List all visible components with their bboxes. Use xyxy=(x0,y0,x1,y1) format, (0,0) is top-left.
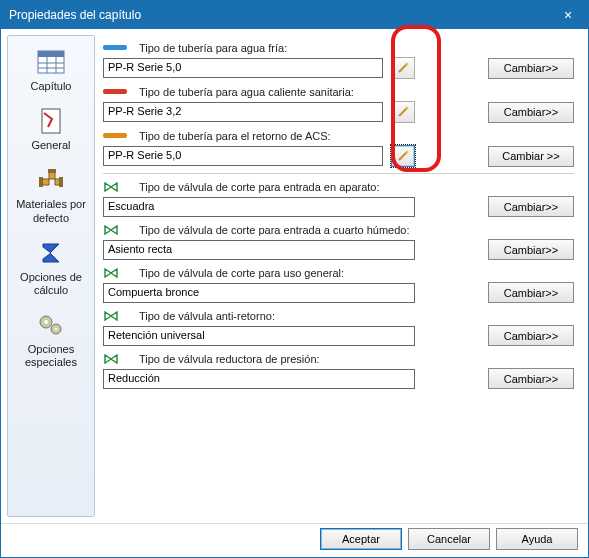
change-button[interactable]: Cambiar>> xyxy=(488,239,574,260)
titlebar: Propiedades del capítulo × xyxy=(1,1,588,29)
svg-point-19 xyxy=(406,107,409,110)
svg-line-15 xyxy=(399,64,407,72)
pipe-value-field[interactable]: PP-R Serie 3,2 xyxy=(103,102,383,122)
svg-rect-1 xyxy=(38,51,64,57)
dialog-footer: Aceptar Cancelar Ayuda xyxy=(1,523,588,553)
pipe-row: Tipo de tubería para agua caliente sanit… xyxy=(103,83,574,123)
pipe-row: Tipo de tubería para agua fría: PP-R Ser… xyxy=(103,39,574,79)
sidebar-item-opciones-especiales[interactable]: Opciones especiales xyxy=(12,305,90,375)
svg-point-13 xyxy=(55,328,58,331)
cancel-button[interactable]: Cancelar xyxy=(408,528,490,550)
sidebar-item-label: Opciones de cálculo xyxy=(20,271,82,296)
pipe-fitting-icon xyxy=(14,164,88,196)
pipe-icon xyxy=(103,87,131,97)
svg-rect-20 xyxy=(103,133,127,138)
pipe-label: Tipo de tubería para el retorno de ACS: xyxy=(139,130,331,142)
pipe-value-field[interactable]: PP-R Serie 5,0 xyxy=(103,58,383,78)
valve-value-field[interactable]: Reducción xyxy=(103,369,415,389)
svg-line-18 xyxy=(399,108,407,116)
svg-rect-9 xyxy=(48,169,56,173)
valve-label: Tipo de válvula reductora de presión: xyxy=(139,353,320,365)
pipe-label: Tipo de tubería para agua caliente sanit… xyxy=(139,86,354,98)
sidebar-item-label: Opciones especiales xyxy=(25,343,77,368)
valve-value-field[interactable]: Compuerta bronce xyxy=(103,283,415,303)
valve-label: Tipo de válvula de corte para entrada en… xyxy=(139,181,380,193)
valve-row: Tipo de válvula de corte para uso genera… xyxy=(103,264,574,303)
svg-point-22 xyxy=(406,151,409,154)
magic-wand-button[interactable] xyxy=(391,57,415,79)
valve-row: Tipo de válvula de corte para entrada a … xyxy=(103,221,574,260)
main-panel: Tipo de tubería para agua fría: PP-R Ser… xyxy=(95,35,582,517)
sidebar-item-materiales[interactable]: Materiales por defecto xyxy=(12,160,90,230)
divider xyxy=(103,173,574,174)
valve-label: Tipo de válvula anti-retorno: xyxy=(139,310,275,322)
table-icon xyxy=(14,46,88,78)
magic-wand-button[interactable] xyxy=(391,101,415,123)
svg-rect-17 xyxy=(103,89,127,94)
change-button[interactable]: Cambiar>> xyxy=(488,368,574,389)
pipe-icon xyxy=(103,131,131,141)
gears-icon xyxy=(14,309,88,341)
change-button[interactable]: Cambiar>> xyxy=(488,196,574,217)
valve-icon xyxy=(103,224,131,236)
valve-row: Tipo de válvula anti-retorno: Retención … xyxy=(103,307,574,346)
change-button[interactable]: Cambiar>> xyxy=(488,58,574,79)
svg-point-11 xyxy=(44,320,48,324)
svg-point-16 xyxy=(406,63,409,66)
valve-label: Tipo de válvula de corte para entrada a … xyxy=(139,224,409,236)
pipe-icon xyxy=(103,43,131,53)
window-title: Propiedades del capítulo xyxy=(9,8,548,22)
valve-value-field[interactable]: Retención universal xyxy=(103,326,415,346)
valve-row: Tipo de válvula de corte para entrada en… xyxy=(103,178,574,217)
pipe-value-field[interactable]: PP-R Serie 5,0 xyxy=(103,146,383,166)
svg-rect-7 xyxy=(39,177,43,187)
sidebar: Capítulo General Materiales por defecto … xyxy=(7,35,95,517)
help-button[interactable]: Ayuda xyxy=(496,528,578,550)
svg-rect-14 xyxy=(103,45,127,50)
change-button[interactable]: Cambiar>> xyxy=(488,282,574,303)
page-icon xyxy=(14,105,88,137)
sidebar-item-label: General xyxy=(31,139,70,151)
valve-icon xyxy=(103,353,131,365)
sidebar-item-label: Capítulo xyxy=(31,80,72,92)
sigma-icon xyxy=(14,237,88,269)
content-area: Capítulo General Materiales por defecto … xyxy=(1,29,588,523)
svg-line-21 xyxy=(399,152,407,160)
change-button[interactable]: Cambiar>> xyxy=(488,102,574,123)
pipe-row: Tipo de tubería para el retorno de ACS: … xyxy=(103,127,574,167)
valve-icon xyxy=(103,267,131,279)
sidebar-item-opciones-calculo[interactable]: Opciones de cálculo xyxy=(12,233,90,303)
sidebar-item-capitulo[interactable]: Capítulo xyxy=(12,42,90,99)
valve-value-field[interactable]: Asiento recta xyxy=(103,240,415,260)
valve-value-field[interactable]: Escuadra xyxy=(103,197,415,217)
valve-row: Tipo de válvula reductora de presión: Re… xyxy=(103,350,574,389)
sidebar-item-label: Materiales por defecto xyxy=(16,198,86,223)
valve-icon xyxy=(103,310,131,322)
svg-rect-8 xyxy=(59,177,63,187)
change-button[interactable]: Cambiar >> xyxy=(488,146,574,167)
valve-icon xyxy=(103,181,131,193)
sidebar-item-general[interactable]: General xyxy=(12,101,90,158)
change-button[interactable]: Cambiar>> xyxy=(488,325,574,346)
accept-button[interactable]: Aceptar xyxy=(320,528,402,550)
close-button[interactable]: × xyxy=(548,1,588,29)
magic-wand-button[interactable] xyxy=(391,145,415,167)
valve-label: Tipo de válvula de corte para uso genera… xyxy=(139,267,344,279)
pipe-label: Tipo de tubería para agua fría: xyxy=(139,42,287,54)
